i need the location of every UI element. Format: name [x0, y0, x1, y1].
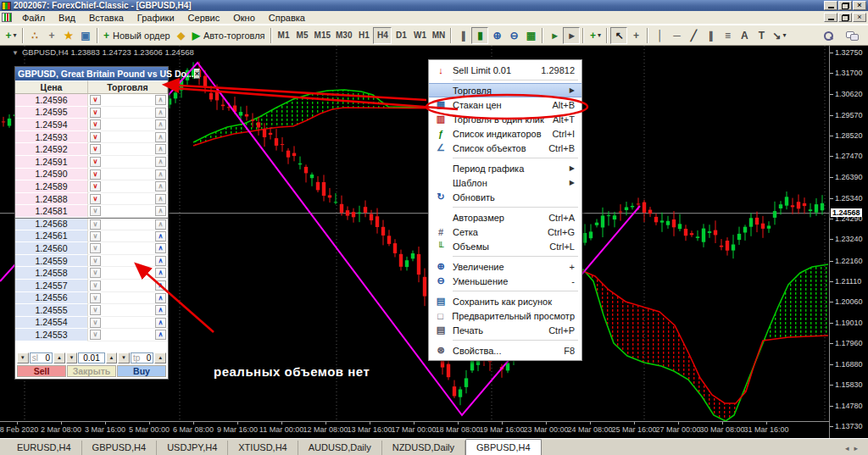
sell-at-price-button[interactable]: ∨	[90, 157, 101, 167]
timeframe-M30[interactable]: M30	[333, 27, 354, 44]
buy-at-price-button[interactable]: ∧	[155, 280, 166, 291]
symbol-search-button[interactable]	[820, 27, 837, 44]
sell-at-price-button[interactable]: ∨	[90, 194, 101, 204]
bar-chart-type-button[interactable]: ∥	[454, 27, 471, 44]
restore-button[interactable]	[838, 1, 852, 10]
price-axis[interactable]: 1.327501.317001.306201.295701.285201.274…	[829, 46, 868, 438]
buy-at-price-button[interactable]: ∧	[155, 243, 166, 253]
dom-title-bar[interactable]: GBPUSD, Great Britain Pound vs US Do... …	[15, 67, 168, 80]
take-profit-field[interactable]: tp0	[131, 352, 153, 363]
dom-trade-cell[interactable]: ∨∧	[88, 131, 168, 144]
sell-at-price-button[interactable]: ∨	[90, 243, 101, 253]
equidistant-channel-button[interactable]: ∥	[702, 27, 719, 44]
candlestick-type-button[interactable]: ▮	[471, 27, 488, 44]
lot-decrement-button[interactable]: ▼	[66, 352, 78, 363]
dom-trade-cell[interactable]: ∨∧	[88, 119, 168, 131]
stop-loss-field[interactable]: sl0	[30, 352, 53, 363]
tab-scroll-left-icon[interactable]: ◂	[845, 444, 854, 452]
menu-Окно[interactable]: Окно	[226, 12, 262, 24]
buy-at-price-button[interactable]: ∧	[155, 95, 166, 105]
dom-trade-cell[interactable]: ∨∧	[88, 304, 168, 317]
sell-at-price-button[interactable]: ∨	[90, 318, 101, 328]
horizontal-line-button[interactable]: ─	[668, 27, 685, 44]
sell-at-price-button[interactable]: ∨	[90, 169, 101, 180]
chart-tab-xtiusd-h4[interactable]: XTIUSD,H4	[228, 441, 298, 455]
menu-Файл[interactable]: Файл	[15, 12, 52, 24]
sell-at-price-button[interactable]: ∨	[90, 144, 101, 154]
tab-scroll-right-icon[interactable]: ▸	[854, 444, 863, 452]
chart-tab-eurusd-h4[interactable]: EURUSD,H4	[7, 441, 82, 455]
context-menu-item-объемы[interactable]: ╙ОбъемыCtrl+L	[429, 239, 581, 253]
dom-trade-cell[interactable]: ∨∧	[88, 156, 168, 169]
sell-button[interactable]: Sell	[17, 365, 66, 377]
buy-at-price-button[interactable]: ∧	[155, 132, 166, 142]
tp-decrement-button[interactable]: ▼	[118, 352, 130, 363]
context-menu-item-шаблон[interactable]: Шаблон▶	[429, 175, 581, 190]
dom-trade-cell[interactable]: ∨∧	[88, 169, 168, 181]
context-menu-item-увеличение[interactable]: ⊕Увеличение+	[429, 259, 581, 274]
buy-at-price-button[interactable]: ∧	[155, 181, 166, 191]
dom-trade-cell[interactable]: ∨∧	[88, 242, 168, 255]
zoom-in-button[interactable]: ⊕	[488, 27, 505, 44]
chart-restore-button[interactable]	[838, 13, 852, 22]
context-menu-item-сохранить-как-рисунок[interactable]: ▤Сохранить как рисунок	[429, 294, 581, 308]
buy-at-price-button[interactable]: ∧	[155, 206, 166, 216]
label-tool-button[interactable]: T	[753, 27, 770, 44]
text-tool-button[interactable]: A	[736, 27, 753, 44]
buy-at-price-button[interactable]: ∧	[155, 256, 166, 266]
dom-trade-cell[interactable]: ∨∧	[88, 193, 168, 206]
dom-trade-cell[interactable]: ∨∧	[88, 280, 168, 292]
dom-trade-cell[interactable]: ∨∧	[88, 230, 168, 243]
sell-at-price-button[interactable]: ∨	[90, 119, 101, 130]
timeframe-M5[interactable]: M5	[293, 27, 312, 44]
menu-Вставка[interactable]: Вставка	[82, 12, 131, 24]
buy-at-price-button[interactable]: ∧	[155, 231, 166, 241]
sell-at-price-button[interactable]: ∨	[90, 268, 101, 278]
expert-advisors-button[interactable]: ◆	[173, 27, 190, 44]
indicators-button[interactable]: +▾	[587, 27, 604, 44]
sell-at-price-button[interactable]: ∨	[90, 219, 101, 230]
buy-at-price-button[interactable]: ∧	[155, 157, 166, 167]
context-menu-item-sell-limit-0-01[interactable]: ↓Sell Limit 0.011.29812	[429, 63, 581, 77]
context-menu-item-обновить[interactable]: ↻Обновить	[429, 190, 581, 204]
dom-trade-cell[interactable]: ∨∧	[88, 180, 168, 193]
timeframe-H1[interactable]: H1	[354, 27, 373, 44]
buy-at-price-button[interactable]: ∧	[155, 194, 166, 204]
timeframe-M1[interactable]: M1	[275, 27, 293, 44]
context-menu-item-список-индикаторов[interactable]: ƒСписок индикаторовCtrl+I	[429, 126, 581, 141]
crosshair-tool-button[interactable]: +	[627, 27, 644, 44]
buy-at-price-button[interactable]: ∧	[155, 268, 166, 278]
chart-shift-button[interactable]: ▸	[563, 27, 580, 44]
chart-minimize-button[interactable]	[824, 13, 837, 22]
context-menu-item-авторазмер[interactable]: АвторазмерCtrl+A	[429, 210, 581, 225]
lot-size-field[interactable]: 0.01	[78, 352, 104, 363]
menu-Графики[interactable]: Графики	[131, 12, 181, 24]
sell-at-price-button[interactable]: ∨	[90, 305, 101, 315]
trendline-button[interactable]: ╱	[685, 27, 702, 44]
new-chart-button[interactable]: +▾	[3, 27, 19, 44]
shapes-button[interactable]: ↘▾	[770, 27, 788, 44]
chat-button[interactable]	[843, 27, 860, 44]
chart-tab-gbpusd-h4[interactable]: GBPUSD,H4	[82, 441, 158, 455]
context-menu-item-торговля-в-один-клик[interactable]: ▥Торговля в один кликAlt+T	[429, 112, 581, 126]
sl-decrement-button[interactable]: ▼	[17, 352, 29, 363]
dom-trade-cell[interactable]: ∨∧	[88, 255, 168, 268]
close-order-button[interactable]: Закрыть	[67, 365, 116, 377]
sell-at-price-button[interactable]: ∨	[90, 181, 101, 191]
close-button[interactable]: ×	[853, 1, 866, 10]
vertical-line-button[interactable]: │	[651, 27, 668, 44]
tile-windows-button[interactable]: ▦	[522, 27, 539, 44]
chart-tab-audusd-daily[interactable]: AUDUSD,Daily	[298, 441, 382, 455]
fibonacci-button[interactable]: ≡	[719, 27, 736, 44]
sell-at-price-button[interactable]: ∨	[90, 206, 101, 216]
dom-trade-cell[interactable]: ∨∧	[88, 205, 168, 218]
minimize-button[interactable]	[824, 1, 837, 10]
sell-at-price-button[interactable]: ∨	[90, 293, 101, 303]
context-menu-item-список-объектов[interactable]: ∠Список объектовCtrl+B	[429, 141, 581, 155]
dom-trade-cell[interactable]: ∨∧	[88, 267, 168, 280]
buy-at-price-button[interactable]: ∧	[155, 318, 166, 328]
sell-at-price-button[interactable]: ∨	[90, 108, 101, 118]
dom-trade-cell[interactable]: ∨∧	[88, 329, 168, 341]
context-menu-item-период-графика[interactable]: Период графика▶	[429, 161, 581, 175]
dom-close-button[interactable]: ×	[194, 69, 200, 79]
